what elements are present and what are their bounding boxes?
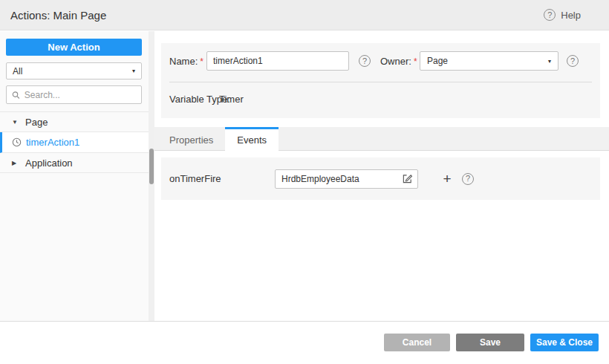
actions-tree: ▼ Page timerAction1 ▶ Application: [0, 111, 149, 173]
sidebar: New Action All ▾ ▼ Page timerAction1: [0, 31, 149, 321]
name-input[interactable]: [206, 51, 349, 71]
filter-selected-value: All: [13, 66, 22, 77]
search-box[interactable]: [6, 85, 142, 104]
actions-editor-window: Actions: Main Page ? Help New Action All…: [0, 0, 609, 364]
event-handler-value: HrdbEmployeeData: [281, 174, 359, 184]
tab-bar: Properties Events: [154, 127, 609, 151]
required-asterisk: *: [414, 56, 417, 67]
chevron-down-icon: ▾: [548, 58, 551, 65]
tab-properties[interactable]: Properties: [157, 127, 225, 150]
name-owner-row: Name:* ? Owner:* Page ▾ ?: [161, 51, 600, 71]
collapse-arrow-icon[interactable]: ▶: [12, 160, 21, 166]
tab-events[interactable]: Events: [225, 127, 279, 151]
expand-arrow-icon[interactable]: ▼: [12, 119, 21, 126]
event-help-icon[interactable]: ?: [462, 173, 474, 185]
required-asterisk: *: [200, 56, 203, 67]
add-handler-button[interactable]: +: [439, 169, 455, 189]
help-button[interactable]: ? Help: [544, 9, 581, 21]
event-name-label: onTimerFire: [169, 173, 221, 184]
tree-node-label: Page: [25, 117, 48, 128]
events-panel: onTimerFire HrdbEmployeeData + ?: [161, 157, 600, 200]
help-label: Help: [561, 10, 581, 21]
sidebar-scrollbar-thumb[interactable]: [149, 149, 154, 184]
header: Actions: Main Page ? Help: [0, 0, 609, 30]
tree-node-application[interactable]: ▶ Application: [0, 153, 149, 173]
help-icon: ?: [544, 9, 556, 21]
owner-label: Owner:*: [380, 56, 417, 67]
action-summary-panel: Name:* ? Owner:* Page ▾ ? Variable Type:…: [161, 43, 600, 118]
owner-select[interactable]: Page ▾: [420, 51, 558, 71]
search-icon: [12, 91, 20, 100]
owner-help-icon[interactable]: ?: [567, 55, 579, 67]
main-panel: Name:* ? Owner:* Page ▾ ? Variable Type:…: [154, 31, 609, 321]
tree-node-label: Application: [25, 157, 73, 169]
new-action-button[interactable]: New Action: [6, 39, 142, 56]
form-divider: [169, 82, 592, 82]
search-input[interactable]: [25, 90, 136, 100]
save-and-close-button[interactable]: Save & Close: [530, 334, 599, 351]
save-button[interactable]: Save: [456, 334, 524, 351]
owner-selected-value: Page: [427, 56, 448, 66]
footer-action-bar: Cancel Save Save & Close: [0, 321, 609, 364]
sidebar-scrollbar-track[interactable]: [149, 31, 154, 321]
clock-icon: [12, 137, 22, 147]
name-help-icon[interactable]: ?: [359, 55, 371, 67]
edit-handler-icon[interactable]: [402, 173, 413, 184]
event-handler-field[interactable]: HrdbEmployeeData: [275, 169, 418, 189]
tree-node-timer-action[interactable]: timerAction1: [0, 132, 149, 153]
tree-node-label: timerAction1: [26, 137, 79, 148]
variable-type-value: Timer: [219, 94, 244, 105]
action-filter-select[interactable]: All ▾: [6, 62, 142, 79]
page-title: Actions: Main Page: [10, 9, 106, 22]
chevron-down-icon: ▾: [132, 68, 135, 74]
cancel-button[interactable]: Cancel: [384, 334, 450, 351]
name-label: Name:*: [169, 56, 203, 67]
tree-node-page[interactable]: ▼ Page: [0, 112, 149, 132]
